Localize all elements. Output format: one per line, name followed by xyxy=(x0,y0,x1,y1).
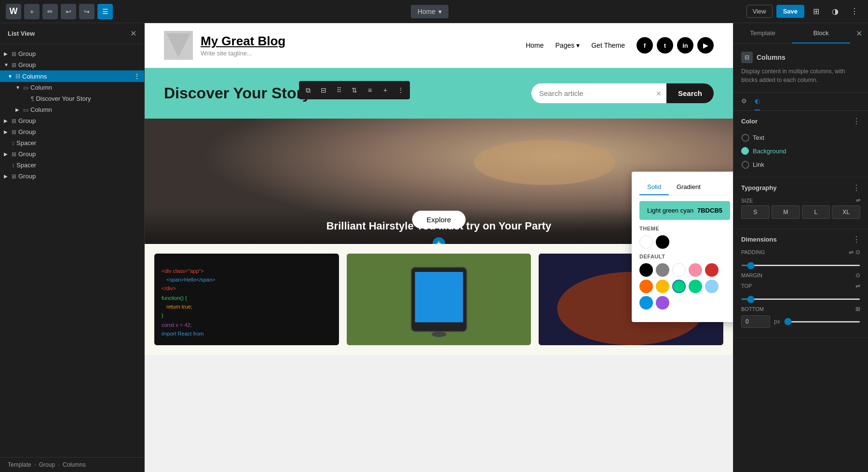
margin-label: MARGIN ⊙ xyxy=(741,272,860,279)
swatch-purple[interactable] xyxy=(656,296,669,310)
tree-item-columns[interactable]: ▼ ⊟ Columns ⋮ xyxy=(0,70,144,82)
tree-item-column2[interactable]: ▶ ▭ Column xyxy=(0,104,144,115)
swatch-gray[interactable] xyxy=(656,263,669,277)
swatch-white[interactable] xyxy=(639,235,653,249)
dimensions-more-icon[interactable]: ⋮ xyxy=(853,235,860,244)
size-l[interactable]: L xyxy=(802,205,830,219)
size-m[interactable]: M xyxy=(772,205,800,219)
top-margin-row: TOP ⇌ xyxy=(741,283,860,302)
search-input-wrap: ✕ xyxy=(531,83,666,103)
blog-logo: My Great Blog Write site tagline... xyxy=(201,34,285,57)
swatch-red[interactable] xyxy=(705,263,719,277)
explore-button[interactable]: Explore xyxy=(412,211,466,229)
view-button[interactable]: View xyxy=(746,5,773,18)
tree-item-group3[interactable]: ▶ ⊞ Group xyxy=(0,115,144,126)
more-options-icon[interactable]: ⋮ xyxy=(134,72,140,80)
theme-toggle[interactable]: ◑ xyxy=(827,4,843,19)
size-settings-icon[interactable]: ⇌ xyxy=(856,197,860,203)
list-view-button[interactable]: ☰ xyxy=(97,4,113,19)
margin-link-icon[interactable]: ⊙ xyxy=(855,272,860,279)
swatch-orange[interactable] xyxy=(639,280,653,293)
swatch-green[interactable] xyxy=(672,280,686,293)
padding-slider[interactable] xyxy=(741,265,860,266)
move-up-down-button[interactable]: ⇅ xyxy=(347,83,362,97)
bg-color-left: Background xyxy=(741,147,786,155)
search-input[interactable] xyxy=(531,83,666,103)
block-icon: ⊞ xyxy=(12,51,16,57)
wp-logo[interactable]: W xyxy=(6,4,21,19)
tree-item-group4[interactable]: ▶ ⊞ Group xyxy=(0,126,144,137)
bottom-margin-slider[interactable] xyxy=(784,321,860,323)
dimensions-section: Dimensions ⋮ PADDING ⇌ ⊙ MARGIN xyxy=(733,229,868,338)
close-right-panel-button[interactable]: ✕ xyxy=(850,23,868,44)
breadcrumb-columns[interactable]: Columns xyxy=(63,461,85,468)
bottom-margin-row: BOTTOM ⊞ px xyxy=(741,306,860,328)
tab-block[interactable]: Block xyxy=(792,24,850,43)
clear-search-icon[interactable]: ✕ xyxy=(656,90,662,97)
breadcrumb-group[interactable]: Group xyxy=(39,461,55,468)
swatch-white2[interactable] xyxy=(672,263,686,277)
add-block-inline-button[interactable]: + xyxy=(378,83,393,97)
swatch-black2[interactable] xyxy=(639,263,653,277)
typography-section-title: Typography xyxy=(741,184,776,191)
tree-item-spacer1[interactable]: ↕ Spacer xyxy=(0,137,144,148)
align-button[interactable]: ≡ xyxy=(363,83,377,97)
columns-layout-button[interactable]: ⊟ xyxy=(316,83,331,97)
size-xl[interactable]: XL xyxy=(832,205,860,219)
bottom-settings-icon[interactable]: ⊞ xyxy=(855,306,860,312)
tree-item-group6[interactable]: ▶ ⊞ Group xyxy=(0,171,144,182)
more-options-button[interactable]: ⋮ xyxy=(847,4,862,19)
drag-handle[interactable]: ⠿ xyxy=(332,83,346,97)
color-more-icon[interactable]: ⋮ xyxy=(853,117,860,126)
style-subtab[interactable]: ◐ xyxy=(755,93,760,110)
instagram-icon[interactable]: in xyxy=(677,37,693,54)
nav-pages[interactable]: Pages ▾ xyxy=(556,41,580,49)
swatch-black[interactable] xyxy=(656,235,669,249)
options-button[interactable]: ⋮ xyxy=(393,83,408,97)
tab-template[interactable]: Template xyxy=(733,24,792,43)
top-settings-icon[interactable]: ⇌ xyxy=(855,283,860,289)
youtube-icon[interactable]: ▶ xyxy=(697,37,714,54)
gradient-tab[interactable]: Gradient xyxy=(669,179,708,195)
edit-button[interactable]: ✏ xyxy=(42,4,58,19)
gear-icon: ⚙ xyxy=(741,97,747,105)
settings-subtab[interactable]: ⚙ xyxy=(741,93,747,110)
top-margin-slider[interactable] xyxy=(741,298,860,300)
svg-text:import React from: import React from xyxy=(162,331,203,337)
tree-item-discover[interactable]: ¶ Discover Your Story xyxy=(0,93,144,104)
chevron-right-icon: ▶ xyxy=(4,51,10,56)
undo-button[interactable]: ↩ xyxy=(61,4,76,19)
redo-button[interactable]: ↪ xyxy=(79,4,95,19)
tree-item-group5[interactable]: ▶ ⊞ Group xyxy=(0,148,144,160)
background-color-row: Background xyxy=(741,144,860,158)
search-button[interactable]: Search xyxy=(666,83,714,103)
twitter-icon[interactable]: t xyxy=(657,37,673,54)
tree-item-group2[interactable]: ▼ ⊞ Group xyxy=(0,59,144,70)
swatch-green2[interactable] xyxy=(689,280,702,293)
size-s[interactable]: S xyxy=(741,205,770,219)
nav-home[interactable]: Home xyxy=(526,41,543,49)
padding-link-icon[interactable]: ⊙ xyxy=(855,249,860,256)
blog-header: My Great Blog Write site tagline... Home… xyxy=(145,23,733,68)
page-selector[interactable]: Home ▾ xyxy=(411,5,448,18)
add-block-button[interactable]: + xyxy=(24,4,40,19)
padding-reset-icon[interactable]: ⇌ xyxy=(849,249,854,256)
duplicate-button[interactable]: ⧉ xyxy=(301,83,315,97)
tree-item-group1[interactable]: ▶ ⊞ Group xyxy=(0,48,144,59)
breadcrumb-template[interactable]: Template xyxy=(8,461,31,468)
facebook-icon[interactable]: f xyxy=(637,37,653,54)
swatch-pink[interactable] xyxy=(689,263,702,277)
typography-more-icon[interactable]: ⋮ xyxy=(853,183,860,192)
block-editor-toggle[interactable]: ⊞ xyxy=(808,4,824,19)
close-panel-button[interactable]: ✕ xyxy=(130,29,136,38)
solid-tab[interactable]: Solid xyxy=(639,179,669,195)
swatch-lightblue[interactable] xyxy=(705,280,719,293)
swatch-blue[interactable] xyxy=(639,296,653,310)
save-button[interactable]: Save xyxy=(776,5,804,18)
swatch-yellow[interactable] xyxy=(656,280,669,293)
tree-item-column1[interactable]: ▼ ▭ Column xyxy=(0,82,144,93)
bottom-margin-input[interactable] xyxy=(741,315,770,328)
nav-get-theme[interactable]: Get Theme xyxy=(591,41,625,49)
svg-text:function() {: function() { xyxy=(162,295,187,301)
tree-item-spacer2[interactable]: ↕ Spacer xyxy=(0,160,144,171)
